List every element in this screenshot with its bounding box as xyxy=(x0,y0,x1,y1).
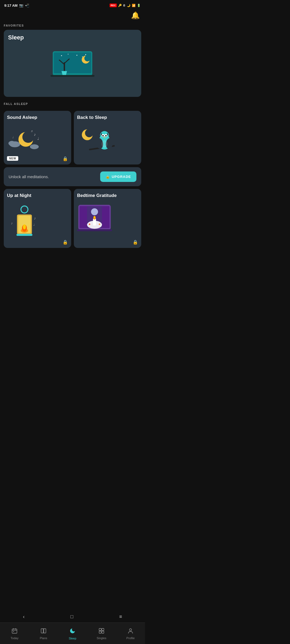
svg-text:♪: ♪ xyxy=(34,216,36,220)
app-header: 🔔 xyxy=(0,10,145,22)
back-to-sleep-title: Back to Sleep xyxy=(77,115,138,120)
bedtime-gratitude-illustration xyxy=(77,202,112,237)
svg-point-57 xyxy=(89,224,90,225)
bluetooth-icon: Ƀ xyxy=(123,4,125,7)
svg-point-38 xyxy=(21,206,28,213)
svg-point-24 xyxy=(85,129,93,137)
up-at-night-card[interactable]: Up at Night ♪ ♪ ♩ 🔒 xyxy=(4,189,71,248)
sleep-illustration xyxy=(48,45,97,80)
upgrade-banner: Unlock all meditations. 🔒 UPGRADE xyxy=(4,167,141,186)
svg-point-33 xyxy=(105,135,107,137)
up-at-night-lock-icon: 🔒 xyxy=(63,240,68,245)
svg-point-5 xyxy=(82,56,83,57)
scroll-content: FAVORITES Sleep FALL xyxy=(0,24,145,288)
rec-badge: REC xyxy=(110,3,117,7)
notification-bell-icon[interactable]: 🔔 xyxy=(131,11,140,20)
upgrade-button-label: UPGRADE xyxy=(112,175,131,179)
svg-rect-59 xyxy=(77,229,112,231)
back-to-sleep-illustration xyxy=(77,124,115,153)
svg-point-6 xyxy=(85,54,86,55)
sleep-favorites-card[interactable]: Sleep xyxy=(4,30,141,97)
svg-text:♬: ♬ xyxy=(31,129,33,133)
new-badge: NEW xyxy=(7,156,18,161)
fall-asleep-grid: Sound Asleep ♪ ♩ ♬ ♩ NEW 🔒 Back xyxy=(4,111,141,164)
upgrade-text: Unlock all meditations. xyxy=(9,174,49,179)
svg-text:♩: ♩ xyxy=(33,223,35,226)
sleep-card-title: Sleep xyxy=(8,34,24,41)
cast-icon: 📲 xyxy=(25,3,29,8)
svg-point-52 xyxy=(91,208,98,215)
up-at-night-title: Up at Night xyxy=(7,193,68,199)
sound-asleep-illustration: ♪ ♩ ♬ ♩ xyxy=(7,125,45,152)
svg-text:♪: ♪ xyxy=(11,221,13,225)
time: 9:17 AM xyxy=(4,3,17,8)
favorites-section-label: FAVORITES xyxy=(4,24,141,27)
svg-point-3 xyxy=(68,54,68,54)
bedtime-gratitude-lock-icon: 🔒 xyxy=(133,240,138,245)
svg-point-4 xyxy=(77,55,77,56)
svg-rect-51 xyxy=(102,206,110,228)
lock-icon: 🔒 xyxy=(63,156,68,161)
bedtime-gratitude-card[interactable]: Bedtime Gratitude xyxy=(74,189,141,248)
bottom-cards-grid: Up at Night ♪ ♪ ♩ 🔒 xyxy=(4,189,141,248)
svg-point-15 xyxy=(8,141,15,146)
status-right: REC 🔑 Ƀ 🌙 📶 🔋 xyxy=(110,3,141,7)
svg-point-8 xyxy=(84,55,90,61)
back-to-sleep-card[interactable]: Back to Sleep xyxy=(74,111,141,164)
svg-rect-44 xyxy=(16,234,32,236)
status-left: 9:17 AM 📷 📲 xyxy=(4,3,29,8)
svg-text:♩: ♩ xyxy=(37,137,39,141)
bedtime-gratitude-title: Bedtime Gratitude xyxy=(77,193,138,199)
wifi-icon: 📶 xyxy=(132,4,136,7)
svg-text:♩: ♩ xyxy=(12,136,14,139)
page-bottom-padding xyxy=(4,253,141,288)
svg-rect-13 xyxy=(50,75,95,77)
key-icon: 🔑 xyxy=(118,4,122,7)
svg-point-43 xyxy=(23,224,26,229)
svg-rect-50 xyxy=(79,206,87,228)
upgrade-lock-icon: 🔒 xyxy=(106,175,110,179)
upgrade-button[interactable]: 🔒 UPGRADE xyxy=(100,171,136,182)
up-at-night-illustration: ♪ ♪ ♩ xyxy=(7,202,42,242)
svg-point-18 xyxy=(22,131,34,143)
svg-point-16 xyxy=(30,144,39,149)
svg-rect-54 xyxy=(93,218,96,225)
video-icon: 📷 xyxy=(19,3,23,8)
status-bar: 9:17 AM 📷 📲 REC 🔑 Ƀ 🌙 📶 🔋 xyxy=(0,0,145,10)
svg-point-37 xyxy=(102,140,107,148)
sound-asleep-title: Sound Asleep xyxy=(7,115,68,120)
svg-point-56 xyxy=(94,216,95,218)
moon-icon: 🌙 xyxy=(127,4,130,7)
svg-text:♪: ♪ xyxy=(34,132,36,137)
svg-point-58 xyxy=(99,224,100,225)
svg-point-2 xyxy=(61,55,62,56)
sound-asleep-card[interactable]: Sound Asleep ♪ ♩ ♬ ♩ NEW 🔒 xyxy=(4,111,71,164)
battery-icon: 🔋 xyxy=(137,4,141,7)
fall-asleep-section-label: FALL ASLEEP xyxy=(4,102,141,105)
svg-point-32 xyxy=(102,135,104,137)
